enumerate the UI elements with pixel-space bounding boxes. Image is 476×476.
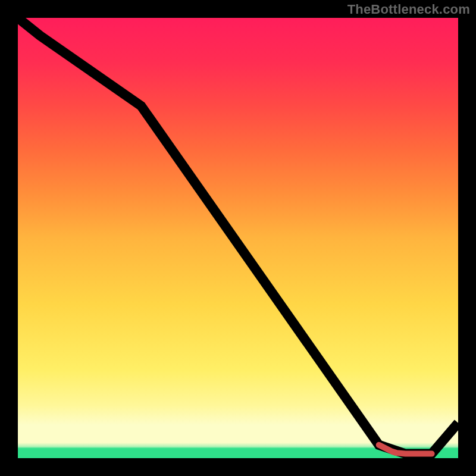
watermark-text: TheBottleneck.com [347,2,470,17]
chart-overlay [18,18,458,458]
plot-area [18,18,458,458]
main-curve [18,18,458,454]
chart-frame: TheBottleneck.com [0,0,476,476]
